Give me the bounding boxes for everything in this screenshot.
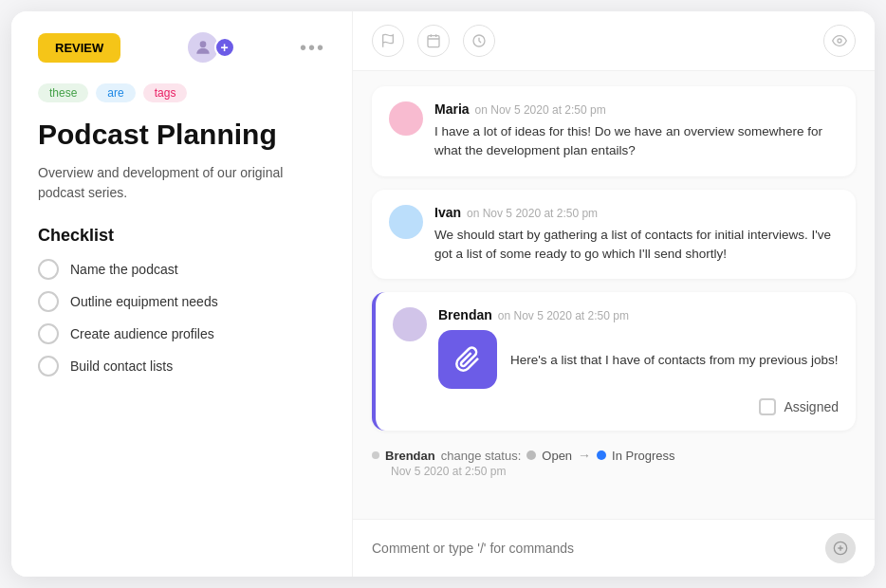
message-author-brendan: Brendan xyxy=(438,307,492,322)
more-options-button[interactable]: ••• xyxy=(300,37,325,59)
message-body-ivan: Ivan on Nov 5 2020 at 2:50 pm We should … xyxy=(434,205,839,265)
checklist-checkbox-3[interactable] xyxy=(38,323,59,344)
page-description: Overview and development of our original… xyxy=(38,163,325,203)
checklist-label-1: Name the podcast xyxy=(70,262,178,277)
review-button[interactable]: REVIEW xyxy=(38,33,120,63)
status-arrow-icon: → xyxy=(578,448,591,463)
page-title: Podcast Planning xyxy=(38,118,325,152)
attachment-icon-button[interactable] xyxy=(438,330,497,389)
comment-input[interactable] xyxy=(372,541,816,556)
svg-rect-2 xyxy=(428,36,439,47)
status-dot-from xyxy=(526,450,536,460)
checklist-item: Build contact lists xyxy=(38,356,325,377)
svg-point-7 xyxy=(838,39,841,43)
right-panel: Maria on Nov 5 2020 at 2:50 pm I have a … xyxy=(353,11,875,577)
checklist-label-4: Build contact lists xyxy=(70,358,173,374)
checklist-item: Outline equipment needs xyxy=(38,291,325,312)
checklist-checkbox-4[interactable] xyxy=(38,356,59,377)
attachment-text: Here's a list that I have of contacts fr… xyxy=(510,353,839,367)
checklist-label-2: Outline equipment needs xyxy=(70,294,218,309)
app-container: REVIEW + ••• these are tags Podcast Plan… xyxy=(11,11,875,577)
message-card-maria: Maria on Nov 5 2020 at 2:50 pm I have a … xyxy=(372,86,856,176)
right-toolbar xyxy=(353,11,875,71)
tag-tags[interactable]: tags xyxy=(143,83,188,102)
tag-are[interactable]: are xyxy=(96,83,135,102)
message-text-ivan: We should start by gathering a list of c… xyxy=(434,226,839,265)
checklist-title: Checklist xyxy=(38,226,325,246)
calendar-icon-button[interactable] xyxy=(417,25,450,57)
checklist-checkbox-1[interactable] xyxy=(38,259,59,280)
eye-icon-button[interactable] xyxy=(823,25,856,57)
comment-send-button[interactable] xyxy=(825,533,856,563)
message-body-brendan: Brendan on Nov 5 2020 at 2:50 pm Here's … xyxy=(438,307,839,415)
message-time-maria: on Nov 5 2020 at 2:50 pm xyxy=(475,103,606,117)
checklist-checkbox-2[interactable] xyxy=(38,291,59,312)
assigned-checkbox[interactable] xyxy=(759,398,776,415)
tags-row: these are tags xyxy=(38,83,325,102)
svg-point-0 xyxy=(199,41,206,47)
add-avatar-button[interactable]: + xyxy=(214,37,235,58)
top-bar: REVIEW + ••• xyxy=(38,30,325,64)
status-bullet xyxy=(372,451,379,459)
attachment-box: Here's a list that I have of contacts fr… xyxy=(438,330,839,389)
status-change-author: Brendan xyxy=(385,449,435,463)
message-card-ivan: Ivan on Nov 5 2020 at 2:50 pm We should … xyxy=(372,190,856,280)
checklist-item: Name the podcast xyxy=(38,259,325,280)
message-header-ivan: Ivan on Nov 5 2020 at 2:50 pm xyxy=(434,205,839,220)
message-header-brendan: Brendan on Nov 5 2020 at 2:50 pm xyxy=(438,307,839,322)
message-card-brendan: Brendan on Nov 5 2020 at 2:50 pm Here's … xyxy=(372,292,856,431)
status-to: In Progress xyxy=(612,449,674,463)
avatar-ivan xyxy=(389,205,423,239)
comment-area xyxy=(353,519,875,577)
status-change-time: Nov 5 2020 at 2:50 pm xyxy=(391,465,856,478)
avatar-brendan xyxy=(393,307,427,341)
message-header-maria: Maria on Nov 5 2020 at 2:50 pm xyxy=(434,101,839,117)
status-change-label: change status: xyxy=(441,449,522,463)
status-dot-to xyxy=(597,450,606,460)
left-panel: REVIEW + ••• these are tags Podcast Plan… xyxy=(11,11,353,577)
message-time-brendan: on Nov 5 2020 at 2:50 pm xyxy=(498,309,629,322)
assigned-row: Assigned xyxy=(438,398,839,415)
tag-these[interactable]: these xyxy=(38,83,88,102)
flag-icon-button[interactable] xyxy=(372,25,404,57)
clock-icon-button[interactable] xyxy=(463,25,495,57)
avatar-maria xyxy=(389,101,423,136)
avatar-group: + xyxy=(186,30,235,64)
message-text-maria: I have a lot of ideas for this! Do we ha… xyxy=(434,122,839,161)
message-author-maria: Maria xyxy=(434,101,470,117)
toolbar-left-icons xyxy=(372,25,495,57)
status-change-detail: Brendan change status: Open → In Progres… xyxy=(372,448,856,463)
messages-area: Maria on Nov 5 2020 at 2:50 pm I have a … xyxy=(353,71,875,519)
message-time-ivan: on Nov 5 2020 at 2:50 pm xyxy=(467,207,598,220)
status-from: Open xyxy=(542,449,572,463)
assigned-label: Assigned xyxy=(784,399,839,414)
checklist-item: Create audience profiles xyxy=(38,323,325,344)
status-change-row: Brendan change status: Open → In Progres… xyxy=(372,444,856,482)
message-body-maria: Maria on Nov 5 2020 at 2:50 pm I have a … xyxy=(434,101,839,161)
checklist-label-3: Create audience profiles xyxy=(70,326,214,341)
checklist-items: Name the podcast Outline equipment needs… xyxy=(38,259,325,377)
message-author-ivan: Ivan xyxy=(434,205,461,220)
